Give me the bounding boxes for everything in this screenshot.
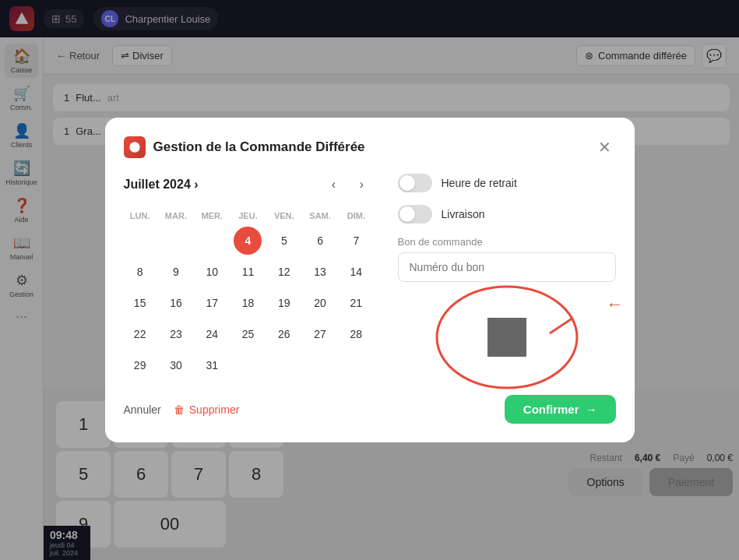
cal-day-4[interactable]: 4 bbox=[234, 227, 262, 255]
supprimer-button[interactable]: 🗑 Supprimer bbox=[174, 403, 240, 416]
cal-day-26[interactable]: 26 bbox=[270, 320, 298, 348]
cal-day-22[interactable]: 22 bbox=[126, 320, 154, 348]
cal-day-20[interactable]: 20 bbox=[306, 289, 334, 317]
cal-day-empty bbox=[342, 351, 370, 379]
cal-day-27[interactable]: 27 bbox=[306, 320, 334, 348]
cal-day-empty bbox=[306, 351, 334, 379]
cal-day-24[interactable]: 24 bbox=[198, 320, 226, 348]
day-header-dim: DIM. bbox=[340, 208, 372, 224]
modal-icon bbox=[124, 136, 146, 158]
svg-point-2 bbox=[437, 287, 577, 388]
cal-day-19[interactable]: 19 bbox=[270, 289, 298, 317]
cal-day-8[interactable]: 8 bbox=[126, 258, 154, 286]
cal-day-empty bbox=[198, 227, 226, 255]
cal-day-16[interactable]: 16 bbox=[162, 289, 190, 317]
cal-day-12[interactable]: 12 bbox=[270, 258, 298, 286]
modal-title: Gestion de la Commande Différée bbox=[153, 139, 365, 155]
day-header-mar: MAR. bbox=[160, 208, 192, 224]
cal-day-9[interactable]: 9 bbox=[162, 258, 190, 286]
cal-day-5[interactable]: 5 bbox=[270, 227, 298, 255]
arrow-right-icon: → bbox=[586, 403, 597, 416]
cal-day-23[interactable]: 23 bbox=[162, 320, 190, 348]
cal-day-10[interactable]: 10 bbox=[198, 258, 226, 286]
livraison-label: Livraison bbox=[442, 208, 485, 220]
heure-retrait-label: Heure de retrait bbox=[442, 177, 517, 189]
cal-day-14[interactable]: 14 bbox=[342, 258, 370, 286]
calendar-header: Juillet 2024 › ‹ › bbox=[124, 174, 373, 195]
cal-day-empty bbox=[162, 227, 190, 255]
cal-day-31[interactable]: 31 bbox=[198, 351, 226, 379]
day-header-lun: LUN. bbox=[124, 208, 157, 224]
day-header-jeu: JEU. bbox=[231, 208, 264, 224]
modal-header: Gestion de la Commande Différée ✕ bbox=[124, 136, 616, 158]
day-header-sam: SAM. bbox=[304, 208, 336, 224]
cal-day-empty bbox=[234, 351, 262, 379]
bon-label: Bon de commande bbox=[398, 236, 616, 248]
cal-day-21[interactable]: 21 bbox=[342, 289, 370, 317]
cal-day-6[interactable]: 6 bbox=[306, 227, 334, 255]
annotation-circle bbox=[429, 279, 585, 396]
heure-retrait-toggle[interactable] bbox=[398, 174, 432, 192]
arrow-icon: ← bbox=[607, 294, 624, 315]
heure-retrait-row: Heure de retrait bbox=[398, 174, 616, 192]
confirmer-button[interactable]: Confirmer → bbox=[505, 395, 616, 424]
modal-right-panel: Heure de retrait Livraison Bon de comman… bbox=[398, 174, 616, 379]
day-header-ven: VEN. bbox=[268, 208, 301, 224]
cal-day-7[interactable]: 7 bbox=[342, 227, 370, 255]
modal-footer: Annuler 🗑 Supprimer Confirmer → bbox=[124, 395, 616, 424]
bon-input[interactable] bbox=[398, 252, 616, 282]
livraison-toggle[interactable] bbox=[398, 205, 432, 224]
cal-day-15[interactable]: 15 bbox=[126, 289, 154, 317]
svg-line-3 bbox=[550, 318, 573, 333]
cal-day-28[interactable]: 28 bbox=[342, 320, 370, 348]
modal-dialog: Gestion de la Commande Différée ✕ Juille… bbox=[105, 118, 635, 442]
cal-day-11[interactable]: 11 bbox=[234, 258, 262, 286]
day-header-mer: MER. bbox=[195, 208, 228, 224]
trash-icon: 🗑 bbox=[174, 403, 185, 416]
calendar-next-button[interactable]: › bbox=[351, 174, 373, 195]
bon-section: Bon de commande bbox=[398, 236, 616, 282]
cal-day-17[interactable]: 17 bbox=[198, 289, 226, 317]
cal-day-18[interactable]: 18 bbox=[234, 289, 262, 317]
calendar-month-year: Juillet 2024 › bbox=[124, 178, 317, 192]
cal-day-29[interactable]: 29 bbox=[126, 351, 154, 379]
calendar: Juillet 2024 › ‹ › LUN. MAR. MER. JEU. V… bbox=[124, 174, 373, 379]
toggle-knob-livraison bbox=[399, 206, 415, 222]
annuler-button[interactable]: Annuler bbox=[124, 403, 161, 416]
toggle-knob bbox=[399, 175, 415, 191]
modal-close-button[interactable]: ✕ bbox=[594, 136, 616, 158]
modal-overlay: Gestion de la Commande Différée ✕ Juille… bbox=[0, 0, 739, 560]
cal-day-empty bbox=[126, 227, 154, 255]
cal-day-empty bbox=[270, 351, 298, 379]
cal-day-30[interactable]: 30 bbox=[162, 351, 190, 379]
livraison-row: Livraison bbox=[398, 205, 616, 224]
cal-day-13[interactable]: 13 bbox=[306, 258, 334, 286]
modal-body: Juillet 2024 › ‹ › LUN. MAR. MER. JEU. V… bbox=[124, 174, 616, 379]
calendar-prev-button[interactable]: ‹ bbox=[323, 174, 345, 195]
cal-day-25[interactable]: 25 bbox=[234, 320, 262, 348]
calendar-grid: LUN. MAR. MER. JEU. VEN. SAM. DIM. 4 5 6… bbox=[124, 208, 373, 379]
